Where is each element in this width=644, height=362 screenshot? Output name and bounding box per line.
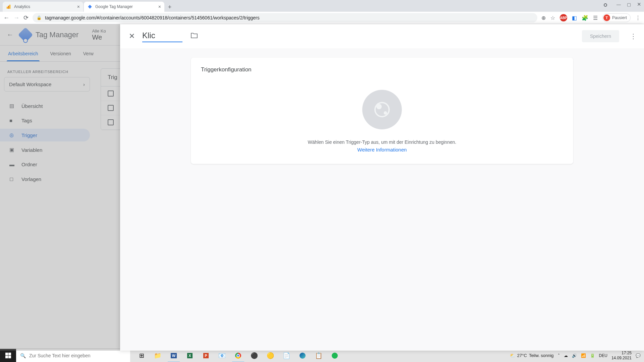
- nav-back-icon[interactable]: ←: [3, 14, 9, 21]
- volume-icon[interactable]: 🔊: [572, 353, 577, 358]
- browser-tab[interactable]: Google Tag Manager ×: [84, 2, 164, 12]
- extension-icon[interactable]: ABP: [560, 14, 567, 21]
- windows-taskbar: 🔍 Zur Suche Text hier eingeben ⊞ 📁 W X P…: [0, 349, 644, 362]
- spotify-icon[interactable]: [327, 349, 343, 362]
- avatar: T: [603, 14, 610, 21]
- maximize-icon[interactable]: ▢: [627, 2, 631, 7]
- more-menu-icon[interactable]: ⋮: [630, 32, 637, 40]
- mail-icon[interactable]: 📧: [214, 349, 230, 362]
- address-bar[interactable]: 🔒 tagmanager.google.com/#/container/acco…: [33, 13, 537, 22]
- powerpoint-icon[interactable]: P: [198, 349, 214, 362]
- weather-icon: ⛅: [510, 353, 515, 358]
- folder-icon[interactable]: [191, 33, 198, 40]
- weather-temp: 27°C: [517, 353, 527, 358]
- chrome-icon[interactable]: [230, 349, 246, 362]
- task-view-icon[interactable]: ⊞: [133, 349, 150, 362]
- hint-text: Wählen Sie einen Trigger-Typ aus, um mit…: [201, 139, 563, 145]
- menu-icon[interactable]: ⋮: [635, 15, 641, 21]
- start-button[interactable]: [0, 349, 16, 362]
- taskbar-search[interactable]: 🔍 Zur Suche Text hier eingeben: [16, 349, 130, 362]
- reload-icon[interactable]: ⟳: [23, 14, 29, 21]
- config-title: Triggerkonfiguration: [201, 66, 563, 73]
- svg-rect-1: [8, 6, 9, 9]
- gtm-app: ← Tag Manager Alle Ko We Arbeitsbereich …: [0, 24, 644, 351]
- profile-indicator-icon[interactable]: [604, 3, 607, 7]
- new-tab-button[interactable]: +: [165, 2, 174, 12]
- network-icon[interactable]: 📶: [581, 353, 586, 358]
- notifications-icon[interactable]: 💬: [636, 353, 641, 358]
- search-icon: 🔍: [20, 353, 26, 358]
- zoom-icon[interactable]: ⊕: [541, 15, 546, 21]
- trigger-config-card[interactable]: Triggerkonfiguration Wählen Sie einen Tr…: [191, 58, 573, 164]
- weather-desc: Teilw. sonnig: [529, 353, 554, 358]
- lock-icon: 🔒: [37, 15, 42, 20]
- bookmark-icon[interactable]: ☆: [550, 15, 555, 21]
- clock[interactable]: 17:25 14.09.2021: [611, 351, 632, 360]
- modal-body: Triggerkonfiguration Wählen Sie einen Tr…: [120, 48, 644, 351]
- word-icon[interactable]: W: [166, 349, 182, 362]
- notepad-icon[interactable]: 📋: [311, 349, 327, 362]
- svg-rect-0: [7, 7, 8, 9]
- app-icon[interactable]: 🟡: [262, 349, 278, 362]
- close-icon[interactable]: ×: [158, 4, 161, 9]
- browser-tab[interactable]: Analytics ×: [3, 2, 83, 12]
- address-bar-row: ← → ⟳ 🔒 tagmanager.google.com/#/containe…: [0, 12, 644, 24]
- modal-header: ✕ Speichern ⋮: [120, 24, 644, 48]
- extensions-menu-icon[interactable]: 🧩: [582, 15, 588, 21]
- app-icon[interactable]: 📄: [278, 349, 294, 362]
- explorer-icon[interactable]: 📁: [150, 349, 166, 362]
- obs-icon[interactable]: ⚫: [246, 349, 262, 362]
- reading-list-icon[interactable]: ☰: [593, 15, 598, 21]
- nav-forward-icon: →: [13, 14, 19, 21]
- trigger-editor-panel: ✕ Speichern ⋮ Triggerkonfiguration Wähle…: [120, 24, 644, 351]
- weather-widget[interactable]: ⛅ 27°C Teilw. sonnig: [510, 353, 554, 358]
- analytics-icon: [6, 4, 11, 9]
- system-tray: ⛅ 27°C Teilw. sonnig ˄ ☁ 🔊 📶 🔋 DEU 17:25…: [506, 351, 644, 360]
- minimize-icon[interactable]: —: [616, 2, 621, 7]
- close-icon[interactable]: ✕: [127, 31, 136, 42]
- trigger-placeholder-icon[interactable]: [362, 90, 402, 129]
- svg-rect-2: [9, 5, 10, 9]
- profile-button[interactable]: T Pausiert: [602, 13, 631, 22]
- svg-rect-3: [88, 5, 92, 8]
- windows-logo-icon: [5, 353, 11, 358]
- browser-tab-strip: Analytics × Google Tag Manager × + — ▢ ✕: [0, 0, 644, 12]
- save-button[interactable]: Speichern: [582, 30, 619, 42]
- date-text: 14.09.2021: [611, 356, 632, 360]
- excel-icon[interactable]: X: [182, 349, 198, 362]
- tab-title: Google Tag Manager: [95, 4, 133, 9]
- trigger-name-input[interactable]: [142, 30, 182, 42]
- battery-icon[interactable]: 🔋: [590, 353, 595, 358]
- extension-icon[interactable]: ◧: [572, 15, 577, 21]
- tray-chevron-icon[interactable]: ˄: [558, 353, 560, 358]
- profile-status: Pausiert: [612, 15, 627, 20]
- onedrive-icon[interactable]: ☁: [564, 353, 568, 358]
- close-window-icon[interactable]: ✕: [637, 1, 641, 7]
- time-text: 17:25: [611, 351, 632, 355]
- learn-more-link[interactable]: Weitere Informationen: [201, 147, 563, 153]
- search-placeholder: Zur Suche Text hier eingeben: [29, 353, 91, 358]
- tab-title: Analytics: [14, 4, 30, 9]
- url-text: tagmanager.google.com/#/container/accoun…: [45, 15, 260, 20]
- close-icon[interactable]: ×: [77, 4, 80, 9]
- language-indicator[interactable]: DEU: [599, 353, 607, 358]
- gtm-icon: [87, 4, 93, 9]
- taskbar-apps: ⊞ 📁 W X P 📧 ⚫ 🟡 📄 📋: [133, 349, 343, 362]
- edge-icon[interactable]: [294, 349, 311, 362]
